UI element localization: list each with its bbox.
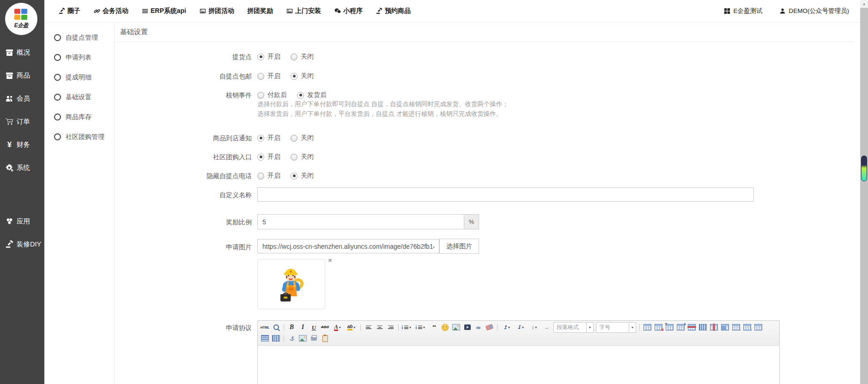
ordered-list-icon[interactable] — [401, 323, 414, 332]
radio-icon[interactable] — [257, 54, 264, 60]
radio-icon[interactable] — [257, 73, 264, 80]
nav-item-circle[interactable]: 圈子 — [58, 7, 80, 15]
paste-icon[interactable] — [320, 334, 330, 343]
sidebar-item-orders[interactable]: 订单 — [0, 110, 44, 133]
full-table-icon[interactable] — [753, 323, 764, 332]
reward-ratio-input[interactable] — [257, 214, 464, 229]
table-cols-icon[interactable] — [271, 334, 281, 343]
apply-image-url-input[interactable] — [257, 239, 439, 253]
insert-table-icon[interactable] — [642, 323, 653, 332]
radio-icon[interactable] — [291, 135, 297, 142]
radio-option[interactable]: 开启 — [257, 134, 280, 142]
margin-bottom-icon[interactable]: ↧ — [514, 323, 527, 332]
font-size-select[interactable]: 字号 ▾ — [596, 322, 636, 333]
remove-image-icon[interactable]: × — [328, 257, 332, 264]
emoticon-icon[interactable] — [440, 323, 450, 332]
sidebar-item-overview[interactable]: 概况 — [0, 41, 44, 64]
radio-option[interactable]: 开启 — [257, 153, 280, 161]
anchor-icon[interactable]: ⚓ — [286, 334, 297, 343]
radio-option[interactable]: 开启 — [257, 72, 280, 80]
app-logo[interactable]: E企盈 — [5, 3, 37, 35]
insert-media-icon[interactable] — [462, 323, 473, 332]
margin-top-icon[interactable]: ↥ — [500, 323, 513, 332]
insert-row-below-icon[interactable] — [742, 323, 753, 332]
font-color-icon[interactable]: A — [331, 323, 344, 332]
preview-icon[interactable] — [271, 323, 281, 332]
user-menu[interactable]: DEMO(公众号管理员) — [779, 7, 850, 15]
sidebar-item-system[interactable]: 系统 — [0, 156, 44, 179]
radio-icon[interactable] — [291, 154, 297, 161]
radio-option[interactable]: 关闭 — [291, 53, 314, 61]
align-center-icon[interactable] — [374, 323, 385, 332]
blockquote-icon[interactable]: “ — [429, 323, 439, 332]
radio-icon[interactable] — [257, 173, 264, 180]
insert-col-icon[interactable] — [698, 323, 708, 332]
line-height-icon[interactable]: ↕ — [528, 323, 541, 332]
eraser-icon[interactable] — [484, 323, 495, 332]
radio-icon[interactable] — [297, 92, 304, 99]
radio-icon[interactable] — [291, 73, 297, 80]
italic-icon[interactable]: I — [297, 323, 308, 332]
radio-option[interactable]: 关闭 — [291, 72, 314, 80]
workspace-switcher[interactable]: E企盈测试 — [723, 7, 762, 15]
insert-link-icon[interactable]: ∞ — [473, 323, 484, 332]
sidebar-item-goods[interactable]: 商品 — [0, 64, 44, 87]
choose-image-button[interactable]: 选择图片 — [439, 239, 479, 254]
bold-icon[interactable]: B — [286, 323, 297, 332]
print-icon[interactable] — [309, 334, 319, 343]
delete-col-icon[interactable] — [709, 323, 719, 332]
unordered-list-icon[interactable] — [415, 323, 428, 332]
underline-icon[interactable]: U — [309, 323, 319, 332]
radio-option[interactable]: 发货后 — [297, 91, 327, 99]
subnav-item-commission-detail[interactable]: 提成明细 — [44, 67, 114, 87]
scroll-up-arrow-icon[interactable]: ▲ — [860, 0, 868, 8]
radio-icon[interactable] — [257, 135, 264, 142]
radio-option[interactable]: 关闭 — [291, 153, 314, 161]
highlight-color-icon[interactable]: ab — [345, 323, 358, 332]
radio-option[interactable]: 关闭 — [291, 134, 314, 142]
radio-icon[interactable] — [291, 173, 297, 180]
source-code-icon[interactable]: HTML — [260, 323, 270, 332]
sidebar-item-members[interactable]: 会员 — [0, 87, 44, 110]
radio-option[interactable]: 付款后 — [257, 91, 287, 99]
delete-table-icon[interactable] — [653, 323, 664, 332]
subnav-item-pickup-point-management[interactable]: 自提点管理 — [44, 28, 114, 48]
insert-col-right-icon[interactable] — [731, 323, 741, 332]
radio-icon[interactable] — [257, 92, 264, 99]
subnav-item-application-list[interactable]: 申请列表 — [44, 48, 114, 67]
subnav-item-basic-settings[interactable]: 基础设置 — [44, 87, 114, 107]
scroll-position-marker[interactable] — [861, 156, 867, 181]
nav-item-erp-api[interactable]: ERP系统api — [141, 7, 186, 15]
nav-item-conference-activity[interactable]: 会务活动 — [93, 7, 128, 15]
align-right-icon[interactable] — [385, 323, 396, 332]
editor-content-area[interactable] — [258, 346, 779, 384]
nav-item-groupbuy-reward[interactable]: 拼团奖励 — [247, 7, 273, 15]
delete-row-icon[interactable] — [686, 323, 697, 332]
insert-row-above-icon[interactable] — [675, 323, 686, 332]
align-left-icon[interactable] — [363, 323, 374, 332]
table-rows-icon[interactable] — [260, 334, 270, 343]
radio-option[interactable]: 开启 — [257, 172, 280, 180]
sidebar-item-finance[interactable]: ¥ 财务 — [0, 133, 44, 156]
subnav-item-goods-stock[interactable]: 商品库存 — [44, 107, 114, 127]
insert-image-icon[interactable] — [451, 323, 461, 332]
table-props-icon[interactable] — [664, 323, 675, 332]
nav-item-home-install[interactable]: 上门安装 — [286, 7, 321, 15]
radio-option[interactable]: 关闭 — [291, 172, 314, 180]
indent-icon[interactable]: → — [541, 323, 552, 332]
custom-name-input[interactable] — [257, 187, 754, 202]
nav-item-mini-program[interactable]: 小程序 — [334, 7, 363, 15]
sidebar-item-decorate-diy[interactable]: 装修DIY — [0, 233, 44, 256]
radio-icon[interactable] — [257, 154, 264, 161]
sidebar-item-apps[interactable]: 应用 — [0, 210, 44, 233]
image-map-icon[interactable] — [297, 334, 308, 343]
nav-item-reserve-goods[interactable]: 预约商品 — [376, 7, 411, 15]
radio-option[interactable]: 开启 — [257, 53, 280, 61]
page-scrollbar[interactable]: ▲ — [860, 0, 868, 384]
merge-cells-icon[interactable] — [720, 323, 730, 332]
nav-item-groupbuy-activity[interactable]: 拼团活动 — [199, 7, 234, 15]
radio-icon[interactable] — [291, 54, 297, 60]
paragraph-format-select[interactable]: 段落格式 ▾ — [553, 322, 594, 333]
subnav-item-community-groupbuy[interactable]: 社区团购管理 — [44, 127, 114, 147]
strikethrough-icon[interactable]: ABC — [320, 323, 330, 332]
